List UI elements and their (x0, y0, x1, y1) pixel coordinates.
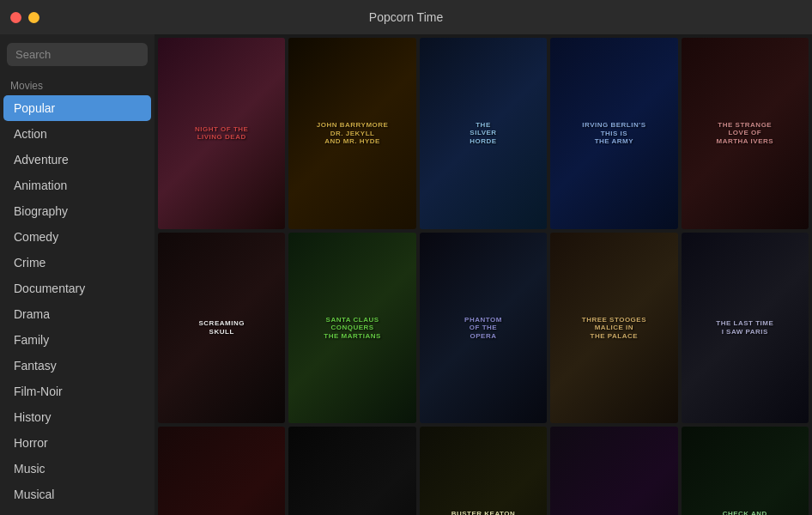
search-box[interactable]: 🔍 (7, 43, 148, 66)
nav-items-list: PopularActionAdventureAnimationBiography… (0, 95, 155, 507)
movie-poster: NIGHT OF THE LIVING DEAD (158, 38, 285, 229)
movie-card[interactable]: THREE STOOGES MALICE IN THE PALACE (550, 233, 677, 424)
sidebar-item-history[interactable]: History (3, 404, 151, 430)
search-container: 🔍 (0, 34, 155, 75)
movie-card[interactable]: JOHN BARRYMORE DR. JEKYLL AND MR. HYDE (288, 38, 415, 229)
movie-card[interactable]: PHANTOM OF THE OPERA (420, 233, 547, 424)
movie-card[interactable]: THE STRANGE LOVE OF MARTHA IVERS (682, 38, 809, 229)
sidebar-item-drama[interactable]: Drama (3, 301, 151, 327)
sidebar-item-biography[interactable]: Biography (3, 198, 151, 224)
content-area[interactable]: NIGHT OF THE LIVING DEADJOHN BARRYMORE D… (155, 34, 812, 515)
movie-poster: JOHN BARRYMORE DR. JEKYLL AND MR. HYDE (288, 38, 415, 229)
movie-poster: SCREAMING SKULL (158, 233, 285, 424)
sidebar-item-horror[interactable]: Horror (3, 430, 151, 456)
movie-poster: IRVING BERLIN'S THIS IS THE ARMY (550, 38, 677, 229)
movie-poster: THE SILVER HORDE (420, 38, 547, 229)
movie-card[interactable]: THE SILVER HORDE (420, 38, 547, 229)
sidebar-item-music[interactable]: Music (3, 456, 151, 482)
sidebar-item-animation[interactable]: Animation (3, 173, 151, 198)
minimize-button[interactable] (28, 12, 39, 23)
close-button[interactable] (10, 12, 21, 23)
movie-poster: PHANTOM OF THE OPERA (420, 233, 547, 424)
titlebar: Popcorn Time (0, 0, 812, 34)
movie-grid: NIGHT OF THE LIVING DEADJOHN BARRYMORE D… (158, 38, 809, 515)
movie-poster: HEMP (288, 427, 415, 515)
app-title: Popcorn Time (369, 10, 443, 24)
movie-card[interactable]: IRVING BERLIN'S THIS IS THE ARMY (550, 38, 677, 229)
window-controls (10, 12, 39, 23)
movie-poster: SANTA CLAUS CONQUERS THE MARTIANS (288, 233, 415, 424)
movie-poster: MENTSIA (550, 427, 677, 515)
movie-poster: THE STRANGE LOVE OF MARTHA IVERS (682, 38, 809, 229)
movie-card[interactable]: HEMP (288, 427, 415, 515)
sidebar-item-action[interactable]: Action (3, 121, 151, 147)
sidebar-item-documentary[interactable]: Documentary (3, 276, 151, 301)
sidebar-item-popular[interactable]: Popular (3, 95, 151, 121)
sidebar-item-film-noir[interactable]: Film-Noir (3, 379, 151, 404)
movie-poster: BUSTER KEATON THE GENERAL (420, 427, 547, 515)
movie-card[interactable]: CHECK AND DOUBLE CHECK (682, 427, 809, 515)
movie-poster: HORROR !!! (158, 427, 285, 515)
sidebar-item-fantasy[interactable]: Fantasy (3, 353, 151, 379)
movie-card[interactable]: SCREAMING SKULL (158, 233, 285, 424)
movie-card[interactable]: HORROR !!! (158, 427, 285, 515)
sidebar-item-comedy[interactable]: Comedy (3, 224, 151, 250)
sidebar-item-adventure[interactable]: Adventure (3, 147, 151, 173)
sidebar: 🔍 Movies PopularActionAdventureAnimation… (0, 34, 155, 515)
main-layout: 🔍 Movies PopularActionAdventureAnimation… (0, 34, 812, 515)
movie-card[interactable]: BUSTER KEATON THE GENERAL (420, 427, 547, 515)
movie-card[interactable]: NIGHT OF THE LIVING DEAD (158, 38, 285, 229)
sidebar-item-crime[interactable]: Crime (3, 250, 151, 276)
movie-card[interactable]: MENTSIA (550, 427, 677, 515)
movie-card[interactable]: SANTA CLAUS CONQUERS THE MARTIANS (288, 233, 415, 424)
search-input[interactable] (15, 48, 155, 61)
movie-card[interactable]: THE LAST TIME I SAW PARIS (682, 233, 809, 424)
sidebar-item-musical[interactable]: Musical (3, 482, 151, 507)
movie-poster: CHECK AND DOUBLE CHECK (682, 427, 809, 515)
sidebar-item-family[interactable]: Family (3, 327, 151, 353)
movie-poster: THREE STOOGES MALICE IN THE PALACE (550, 233, 677, 424)
movies-section-label: Movies (0, 75, 155, 95)
movie-poster: THE LAST TIME I SAW PARIS (682, 233, 809, 424)
